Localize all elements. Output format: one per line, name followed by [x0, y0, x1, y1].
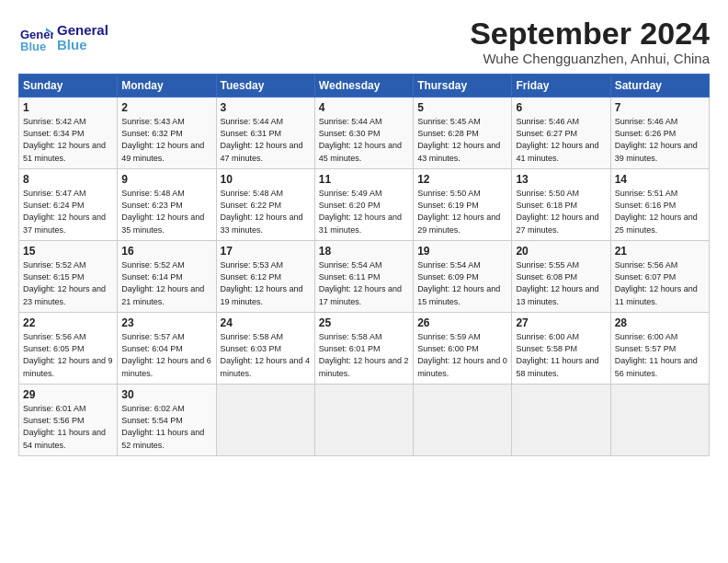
calendar-cell: 25Sunrise: 5:58 AMSunset: 6:01 PMDayligh… [314, 313, 413, 385]
day-info: Sunrise: 5:48 AMSunset: 6:23 PMDaylight:… [121, 188, 211, 236]
weekday-header-sunday: Sunday [19, 75, 118, 98]
week-row-2: 8Sunrise: 5:47 AMSunset: 6:24 PMDaylight… [19, 169, 710, 241]
day-number: 25 [319, 316, 409, 329]
calendar-subtitle: Wuhe Chengguanzhen, Anhui, China [470, 51, 710, 66]
day-info: Sunrise: 5:46 AMSunset: 6:26 PMDaylight:… [615, 116, 705, 164]
page: General Blue General Blue September 2024… [0, 0, 728, 563]
day-info: Sunrise: 6:00 AMSunset: 5:57 PMDaylight:… [615, 331, 705, 379]
calendar-title: September 2024 [470, 17, 710, 51]
day-number: 15 [23, 245, 113, 258]
logo: General Blue General Blue [18, 20, 108, 55]
svg-text:Blue: Blue [20, 40, 46, 53]
weekday-header-saturday: Saturday [610, 75, 709, 98]
calendar-cell: 12Sunrise: 5:50 AMSunset: 6:19 PMDayligh… [414, 169, 512, 241]
calendar-cell: 7Sunrise: 5:46 AMSunset: 6:26 PMDaylight… [610, 98, 709, 169]
day-number: 12 [417, 173, 507, 186]
header: General Blue General Blue September 2024… [18, 17, 710, 66]
calendar-cell: 3Sunrise: 5:44 AMSunset: 6:31 PMDaylight… [216, 98, 314, 169]
calendar-cell: 24Sunrise: 5:58 AMSunset: 6:03 PMDayligh… [216, 313, 314, 385]
logo-general: General [57, 23, 108, 39]
day-info: Sunrise: 5:52 AMSunset: 6:15 PMDaylight:… [23, 259, 113, 307]
weekday-header-wednesday: Wednesday [314, 75, 413, 98]
day-info: Sunrise: 5:44 AMSunset: 6:31 PMDaylight:… [221, 116, 311, 164]
day-number: 28 [615, 316, 705, 329]
day-number: 22 [23, 316, 113, 329]
day-number: 24 [221, 316, 311, 329]
calendar-cell: 26Sunrise: 5:59 AMSunset: 6:00 PMDayligh… [414, 313, 512, 385]
calendar-cell: 23Sunrise: 5:57 AMSunset: 6:04 PMDayligh… [118, 313, 216, 385]
day-number: 13 [516, 173, 606, 186]
day-info: Sunrise: 5:52 AMSunset: 6:14 PMDaylight:… [121, 259, 211, 307]
logo-icon: General Blue [18, 20, 53, 55]
day-info: Sunrise: 5:57 AMSunset: 6:04 PMDaylight:… [121, 331, 211, 379]
day-info: Sunrise: 5:58 AMSunset: 6:03 PMDaylight:… [221, 331, 311, 379]
day-number: 14 [615, 173, 705, 186]
day-info: Sunrise: 6:01 AMSunset: 5:56 PMDaylight:… [23, 403, 113, 451]
calendar-cell: 27Sunrise: 6:00 AMSunset: 5:58 PMDayligh… [512, 313, 610, 385]
day-info: Sunrise: 5:42 AMSunset: 6:34 PMDaylight:… [23, 116, 113, 164]
weekday-header-monday: Monday [118, 75, 216, 98]
day-number: 3 [221, 101, 311, 114]
day-info: Sunrise: 5:59 AMSunset: 6:00 PMDaylight:… [417, 331, 507, 379]
calendar-cell [414, 385, 512, 456]
day-number: 16 [121, 245, 211, 258]
calendar-cell: 30Sunrise: 6:02 AMSunset: 5:54 PMDayligh… [118, 385, 216, 456]
day-info: Sunrise: 5:44 AMSunset: 6:30 PMDaylight:… [319, 116, 409, 164]
day-number: 6 [516, 101, 606, 114]
day-number: 18 [319, 245, 409, 258]
calendar-cell: 6Sunrise: 5:46 AMSunset: 6:27 PMDaylight… [512, 98, 610, 169]
calendar-cell: 20Sunrise: 5:55 AMSunset: 6:08 PMDayligh… [512, 241, 610, 313]
week-row-1: 1Sunrise: 5:42 AMSunset: 6:34 PMDaylight… [19, 98, 710, 169]
day-info: Sunrise: 5:55 AMSunset: 6:08 PMDaylight:… [516, 259, 606, 307]
day-number: 17 [221, 245, 311, 258]
day-number: 26 [417, 316, 507, 329]
week-row-4: 22Sunrise: 5:56 AMSunset: 6:05 PMDayligh… [19, 313, 710, 385]
day-number: 29 [23, 388, 113, 401]
week-row-3: 15Sunrise: 5:52 AMSunset: 6:15 PMDayligh… [19, 241, 710, 313]
calendar-cell [512, 385, 610, 456]
day-info: Sunrise: 5:43 AMSunset: 6:32 PMDaylight:… [121, 116, 211, 164]
day-info: Sunrise: 5:50 AMSunset: 6:18 PMDaylight:… [516, 188, 606, 236]
logo-blue: Blue [57, 38, 108, 53]
day-number: 11 [319, 173, 409, 186]
weekday-header-thursday: Thursday [414, 75, 512, 98]
weekday-header-row: SundayMondayTuesdayWednesdayThursdayFrid… [19, 75, 710, 98]
day-info: Sunrise: 5:56 AMSunset: 6:07 PMDaylight:… [615, 259, 705, 307]
weekday-header-friday: Friday [512, 75, 610, 98]
day-info: Sunrise: 5:51 AMSunset: 6:16 PMDaylight:… [615, 188, 705, 236]
calendar-cell [610, 385, 709, 456]
day-info: Sunrise: 5:50 AMSunset: 6:19 PMDaylight:… [417, 188, 507, 236]
calendar-cell: 18Sunrise: 5:54 AMSunset: 6:11 PMDayligh… [314, 241, 413, 313]
day-number: 19 [417, 245, 507, 258]
day-info: Sunrise: 5:56 AMSunset: 6:05 PMDaylight:… [23, 331, 113, 379]
calendar-cell: 14Sunrise: 5:51 AMSunset: 6:16 PMDayligh… [610, 169, 709, 241]
calendar-cell: 22Sunrise: 5:56 AMSunset: 6:05 PMDayligh… [19, 313, 118, 385]
day-number: 5 [417, 101, 507, 114]
calendar-cell: 8Sunrise: 5:47 AMSunset: 6:24 PMDaylight… [19, 169, 118, 241]
calendar-cell [216, 385, 314, 456]
day-info: Sunrise: 5:46 AMSunset: 6:27 PMDaylight:… [516, 116, 606, 164]
calendar-cell: 13Sunrise: 5:50 AMSunset: 6:18 PMDayligh… [512, 169, 610, 241]
calendar-cell: 4Sunrise: 5:44 AMSunset: 6:30 PMDaylight… [314, 98, 413, 169]
calendar-cell: 21Sunrise: 5:56 AMSunset: 6:07 PMDayligh… [610, 241, 709, 313]
day-number: 27 [516, 316, 606, 329]
day-number: 10 [221, 173, 311, 186]
day-info: Sunrise: 5:49 AMSunset: 6:20 PMDaylight:… [319, 188, 409, 236]
day-info: Sunrise: 5:53 AMSunset: 6:12 PMDaylight:… [221, 259, 311, 307]
day-number: 4 [319, 101, 409, 114]
day-number: 7 [615, 101, 705, 114]
day-number: 20 [516, 245, 606, 258]
calendar-cell: 1Sunrise: 5:42 AMSunset: 6:34 PMDaylight… [19, 98, 118, 169]
weekday-header-tuesday: Tuesday [216, 75, 314, 98]
day-info: Sunrise: 5:54 AMSunset: 6:09 PMDaylight:… [417, 259, 507, 307]
calendar-cell: 15Sunrise: 5:52 AMSunset: 6:15 PMDayligh… [19, 241, 118, 313]
day-info: Sunrise: 6:00 AMSunset: 5:58 PMDaylight:… [516, 331, 606, 379]
day-number: 1 [23, 101, 113, 114]
day-info: Sunrise: 5:58 AMSunset: 6:01 PMDaylight:… [319, 331, 409, 379]
calendar-cell: 9Sunrise: 5:48 AMSunset: 6:23 PMDaylight… [118, 169, 216, 241]
day-info: Sunrise: 5:48 AMSunset: 6:22 PMDaylight:… [221, 188, 311, 236]
day-info: Sunrise: 6:02 AMSunset: 5:54 PMDaylight:… [121, 403, 211, 451]
title-block: September 2024 Wuhe Chengguanzhen, Anhui… [470, 17, 710, 66]
calendar-cell: 16Sunrise: 5:52 AMSunset: 6:14 PMDayligh… [118, 241, 216, 313]
day-info: Sunrise: 5:54 AMSunset: 6:11 PMDaylight:… [319, 259, 409, 307]
